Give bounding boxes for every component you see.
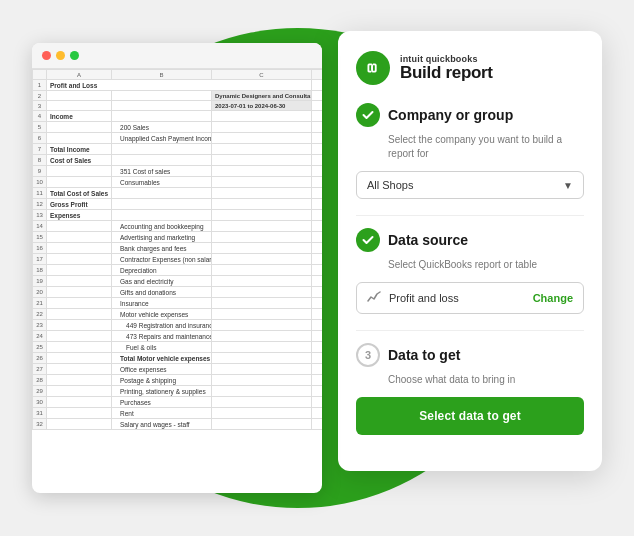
- col-header-b: B: [112, 70, 212, 80]
- close-dot: [42, 51, 51, 60]
- table-row: 20 Gifts and donations 50.00: [33, 287, 323, 298]
- table-row: 4 Income: [33, 111, 323, 122]
- table-row: 7 Total Income 519,536.19: [33, 144, 323, 155]
- spreadsheet-table: A B C D 1 Profit and Loss 2 Dynamic Desi…: [32, 69, 322, 430]
- table-row: 17 Contractor Expenses (non salary) 61,7…: [33, 254, 323, 265]
- select-data-button[interactable]: Select data to get: [356, 397, 584, 435]
- section-datasource: Data source Select QuickBooks report or …: [356, 228, 584, 314]
- table-row: 27 Office expenses 315.67: [33, 364, 323, 375]
- section-datasource-header: Data source: [356, 228, 584, 252]
- section-datatoget-desc: Choose what data to bring in: [356, 373, 584, 387]
- table-row: 29 Printing, stationery & supplies 254.5…: [33, 386, 323, 397]
- chevron-down-icon: ▼: [563, 180, 573, 191]
- right-panel: intuit quickbooks Build report Company o…: [338, 31, 602, 471]
- checkmark-icon: [361, 108, 375, 122]
- table-row: 11 Total Cost of Sales 654.57: [33, 188, 323, 199]
- col-header-a: A: [47, 70, 112, 80]
- section-datatoget-header: 3 Data to get: [356, 343, 584, 367]
- col-header-d: D: [312, 70, 322, 80]
- table-row: 12 Gross Profit 518,881.62: [33, 199, 323, 210]
- change-link[interactable]: Change: [533, 292, 573, 304]
- qb-header: intuit quickbooks Build report: [356, 51, 584, 85]
- table-row: 8 Cost of Sales: [33, 155, 323, 166]
- divider-1: [356, 215, 584, 216]
- col-header-num: [33, 70, 47, 80]
- table-row: 13 Expenses: [33, 210, 323, 221]
- table-row: 18 Depreciation 2,371.25: [33, 265, 323, 276]
- qb-text-group: intuit quickbooks Build report: [400, 54, 493, 83]
- table-row: 2 Dynamic Designers and Consultants: [33, 91, 323, 101]
- table-row: 30 Purchases 28,788.47: [33, 397, 323, 408]
- table-row: 21 Insurance 1,616.53: [33, 298, 323, 309]
- section-company-desc: Select the company you want to build a r…: [356, 133, 584, 161]
- table-row: 22 Motor vehicle expenses 1,600.00: [33, 309, 323, 320]
- qb-logo-svg: [362, 57, 384, 79]
- main-container: A B C D 1 Profit and Loss 2 Dynamic Desi…: [22, 23, 612, 513]
- section-company-title: Company or group: [388, 107, 513, 123]
- check-circle-company: [356, 103, 380, 127]
- step-circle-3: 3: [356, 343, 380, 367]
- profit-loss-chart-icon: [367, 290, 381, 306]
- table-row: 15 Advertising and marketing 35,103.15: [33, 232, 323, 243]
- table-row: 9 351 Cost of sales: [33, 166, 323, 177]
- minimize-dot: [56, 51, 65, 60]
- table-row: 10 Consumables 654.57: [33, 177, 323, 188]
- col-header-c: C: [212, 70, 312, 80]
- company-dropdown[interactable]: All Shops ▼: [356, 171, 584, 199]
- check-circle-datasource: [356, 228, 380, 252]
- expand-dot: [70, 51, 79, 60]
- table-row: 28 Postage & shipping 211.82: [33, 375, 323, 386]
- section-datatoget-title: Data to get: [388, 347, 460, 363]
- table-row: 25 Fuel & oils: [33, 342, 323, 353]
- table-row: 3 2023-07-01 to 2024-06-30: [33, 101, 323, 111]
- data-source-row: Profit and loss Change: [356, 282, 584, 314]
- table-row: 6 Unapplied Cash Payment Income 10,500.2…: [33, 133, 323, 144]
- table-row: 16 Bank charges and fees 3,643.00: [33, 243, 323, 254]
- table-row: 14 Accounting and bookkeeping 533.34: [33, 221, 323, 232]
- checkmark-icon-2: [361, 233, 375, 247]
- section-datasource-title: Data source: [388, 232, 468, 248]
- table-row: 19 Gas and electricity 5,943.77: [33, 276, 323, 287]
- section-datasource-desc: Select QuickBooks report or table: [356, 258, 584, 272]
- section-company: Company or group Select the company you …: [356, 103, 584, 199]
- table-row: 1 Profit and Loss: [33, 80, 323, 91]
- company-dropdown-value: All Shops: [367, 179, 413, 191]
- divider-2: [356, 330, 584, 331]
- spreadsheet-panel: A B C D 1 Profit and Loss 2 Dynamic Desi…: [32, 43, 322, 493]
- table-row: 5 200 Sales: [33, 122, 323, 133]
- section-company-header: Company or group: [356, 103, 584, 127]
- table-row: 31 Rent 20,000.00: [33, 408, 323, 419]
- table-row: 23 449 Registration and insurance: [33, 320, 323, 331]
- build-report-title: Build report: [400, 64, 493, 83]
- table-row: 32 Salary and wages - staff 164,999.63: [33, 419, 323, 430]
- window-chrome: [32, 43, 322, 69]
- section-datatoget: 3 Data to get Choose what data to bring …: [356, 343, 584, 435]
- table-row: 26 Total Motor vehicle expenses 24,420.4…: [33, 353, 323, 364]
- data-source-value: Profit and loss: [389, 292, 525, 304]
- table-row: 24 473 Repairs and maintenance: [33, 331, 323, 342]
- quickbooks-logo: [356, 51, 390, 85]
